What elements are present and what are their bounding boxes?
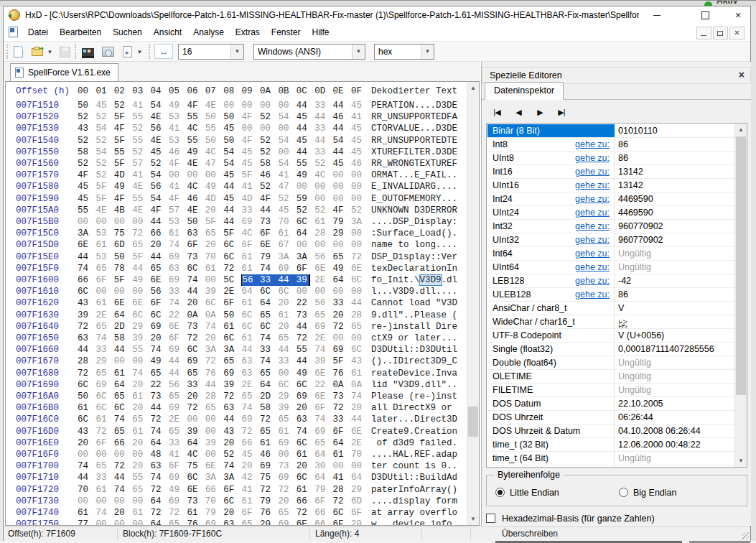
scroll-up-icon[interactable]: ▲: [735, 124, 747, 136]
hex-byte[interactable]: 33: [333, 297, 344, 309]
hex-byte[interactable]: 73: [151, 391, 162, 402]
menu-extras[interactable]: Extras: [230, 27, 266, 37]
export-button[interactable]: [120, 44, 136, 60]
hex-byte[interactable]: 6C: [278, 379, 289, 391]
hex-byte[interactable]: 44: [333, 100, 344, 111]
nav-first-button[interactable]: |◀: [489, 105, 505, 119]
hex-byte[interactable]: 33: [95, 344, 106, 356]
hex-byte[interactable]: 72: [114, 460, 125, 472]
hex-byte[interactable]: 20: [278, 496, 289, 507]
inspector-row-uint16[interactable]: UInt16gehe zu:13142: [487, 179, 734, 192]
hex-byte[interactable]: 4E: [187, 158, 197, 170]
hex-byte[interactable]: 63: [242, 368, 253, 379]
hex-byte[interactable]: 61: [114, 368, 125, 379]
hex-byte[interactable]: 44: [297, 321, 307, 333]
hex-byte[interactable]: 63: [78, 333, 88, 344]
hex-decoded-text[interactable]: fo_Init.\V3D9.dl: [371, 274, 457, 286]
hex-decoded-text[interactable]: DSP_Display::Ver: [371, 251, 457, 263]
hex-byte[interactable]: 2E: [314, 274, 325, 286]
hex-byte[interactable]: 64: [114, 310, 125, 321]
hex-byte[interactable]: 65: [278, 414, 289, 425]
hex-byte[interactable]: 61: [187, 507, 197, 519]
inspector-row-leb128[interactable]: LEB128gehe zu:-42: [487, 274, 734, 288]
hex-byte[interactable]: 00: [278, 449, 289, 460]
hex-byte[interactable]: 74: [78, 263, 88, 274]
mdi-close-button[interactable]: ✕: [729, 27, 745, 40]
inspector-row-int32[interactable]: Int32gehe zu:960770902: [487, 220, 734, 233]
hex-byte[interactable]: 28: [205, 391, 216, 402]
hex-byte[interactable]: 74: [242, 402, 253, 414]
hex-byte[interactable]: 79: [260, 496, 271, 507]
hex-byte[interactable]: 69: [242, 216, 253, 228]
hex-byte[interactable]: 00: [132, 286, 143, 297]
hex-byte[interactable]: 63: [223, 402, 234, 414]
goto-link[interactable]: gehe zu:: [568, 208, 610, 218]
hex-decoded-text[interactable]: E_OUTOFMEMORY...: [371, 193, 457, 205]
hex-byte[interactable]: 69: [169, 496, 179, 507]
hex-byte[interactable]: 69: [169, 251, 179, 263]
hex-byte[interactable]: 52: [78, 135, 88, 147]
hex-byte[interactable]: 49: [205, 181, 216, 192]
hex-byte[interactable]: 53: [95, 228, 106, 239]
hex-byte[interactable]: 55: [132, 193, 143, 205]
hex-byte[interactable]: 52: [78, 158, 88, 170]
hex-byte[interactable]: 64: [351, 472, 362, 483]
hex-byte[interactable]: 70: [205, 496, 216, 507]
hex-byte[interactable]: 00: [169, 170, 179, 181]
hex-byte[interactable]: 44: [114, 472, 125, 483]
hex-byte[interactable]: 64: [151, 519, 162, 526]
nav-previous-button[interactable]: ◀: [510, 105, 526, 119]
scroll-up-icon[interactable]: ▲: [467, 82, 479, 94]
hex-byte[interactable]: 00: [351, 228, 362, 239]
hex-byte[interactable]: 6D: [114, 239, 125, 251]
hex-byte[interactable]: 00: [114, 286, 125, 297]
hex-byte[interactable]: 5F: [114, 135, 125, 147]
hex-byte[interactable]: 00: [187, 170, 197, 181]
hex-byte[interactable]: 72: [223, 263, 234, 274]
hex-byte[interactable]: 65: [314, 310, 325, 321]
hex-byte[interactable]: 28: [333, 484, 344, 496]
hex-byte[interactable]: 75: [260, 472, 271, 483]
hex-byte[interactable]: 20: [132, 379, 143, 391]
hex-byte[interactable]: 44: [260, 205, 271, 216]
hex-byte[interactable]: 39: [132, 333, 143, 344]
hex-byte[interactable]: 63: [187, 228, 197, 239]
hex-byte[interactable]: 33: [169, 286, 179, 297]
hex-byte[interactable]: 20: [151, 239, 162, 251]
hex-byte[interactable]: 20: [351, 519, 362, 526]
hex-byte[interactable]: 6C: [151, 310, 162, 321]
hex-byte[interactable]: 22: [297, 297, 307, 309]
hex-byte[interactable]: 53: [169, 135, 179, 147]
hex-byte[interactable]: 4E: [151, 111, 162, 123]
hex-byte[interactable]: 5F: [95, 181, 106, 192]
hex-byte[interactable]: 6C: [223, 333, 234, 344]
hex-byte[interactable]: 5F: [223, 228, 234, 239]
hex-byte[interactable]: 69: [151, 321, 162, 333]
hex-byte[interactable]: 50: [205, 111, 216, 123]
hex-byte[interactable]: 30: [314, 460, 325, 472]
hex-byte[interactable]: 50: [205, 135, 216, 147]
hex-byte[interactable]: 2E: [314, 333, 325, 344]
hex-byte[interactable]: 6C: [223, 496, 234, 507]
goto-link[interactable]: gehe zu:: [568, 235, 610, 245]
hex-byte[interactable]: 46: [260, 449, 271, 460]
hex-byte[interactable]: 6E: [205, 460, 216, 472]
hex-byte[interactable]: 50: [223, 310, 234, 321]
hex-decoded-text[interactable]: of d3d9 failed.: [371, 437, 457, 449]
hex-byte[interactable]: 6F: [314, 402, 325, 414]
inspector-value[interactable]: Ungültig: [618, 249, 651, 259]
hex-byte[interactable]: 72: [151, 507, 162, 519]
hex-byte[interactable]: 5F: [95, 193, 106, 205]
hex-byte[interactable]: 64: [314, 472, 325, 483]
hex-byte[interactable]: 55: [132, 472, 143, 483]
hex-byte[interactable]: 44: [278, 274, 297, 286]
hex-byte[interactable]: 00: [132, 356, 143, 367]
nav-next-button[interactable]: ▶: [532, 105, 548, 119]
hex-byte[interactable]: 6F: [151, 297, 162, 309]
open-file-button[interactable]: [29, 44, 46, 60]
hex-byte[interactable]: 20: [242, 460, 253, 472]
maximize-button[interactable]: [694, 8, 716, 22]
hex-byte[interactable]: 74: [260, 356, 271, 367]
hex-byte[interactable]: 58: [114, 333, 125, 344]
hex-byte[interactable]: 45: [351, 100, 362, 111]
